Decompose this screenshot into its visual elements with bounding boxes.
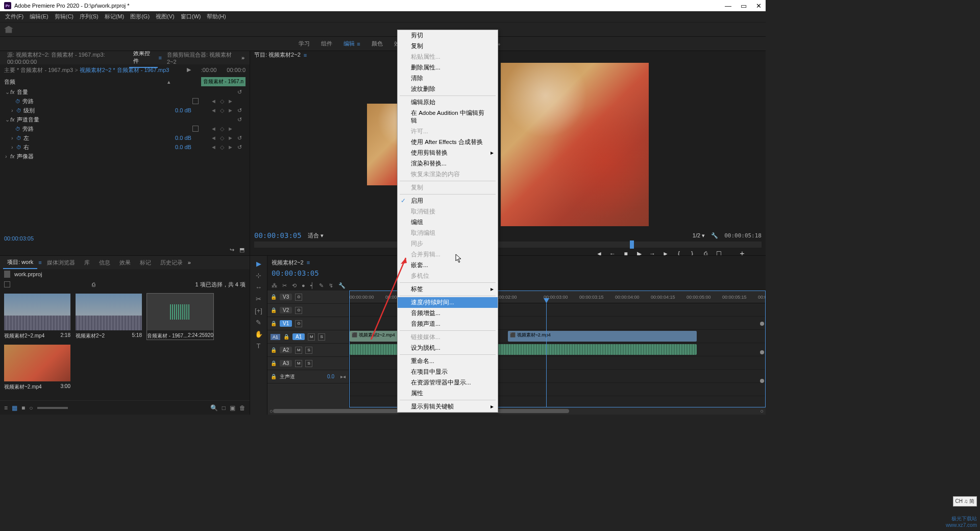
razor-tool-icon[interactable]: ✂ (256, 295, 261, 303)
reset-icon[interactable]: ↺ (234, 135, 244, 141)
ctx-item[interactable]: 显示剪辑关键帧▸ (398, 401, 498, 412)
opt-icon[interactable]: ┥ (310, 282, 314, 289)
bin-item[interactable]: 音频素材 - 1967...2:24:25920 (147, 294, 213, 340)
filter-bin-icon[interactable] (4, 281, 10, 287)
ctx-item[interactable]: 删除属性... (398, 62, 498, 73)
effect-volume[interactable]: 音量 (17, 88, 234, 96)
expand-icon[interactable]: › (11, 135, 16, 141)
reset-icon[interactable]: ↺ (234, 116, 244, 123)
master-track[interactable]: 主声道 (280, 373, 295, 380)
track-v3[interactable]: V3 (280, 294, 292, 300)
tab-project[interactable]: 项目: work (3, 256, 37, 269)
bypass-checkbox[interactable] (192, 126, 199, 132)
reset-icon[interactable]: ↺ (234, 107, 244, 114)
expand-icon[interactable]: ⌄ (5, 89, 10, 95)
stopwatch-icon[interactable]: ⏱ (15, 99, 20, 104)
ctx-item[interactable]: 编组 (398, 217, 498, 228)
lock-icon[interactable]: 🔒 (271, 294, 277, 300)
selection-tool-icon[interactable]: ▶ (256, 260, 261, 268)
mute-toggle[interactable]: M (295, 360, 302, 367)
home-icon[interactable] (4, 26, 13, 33)
linked-selection-icon[interactable]: ✂ (282, 282, 287, 289)
reset-icon[interactable]: ↺ (234, 144, 244, 151)
ctx-item[interactable]: 属性 (398, 388, 498, 399)
menu-clip[interactable]: 剪辑(C) (52, 13, 77, 20)
ctx-item[interactable]: 在项目中显示 (398, 367, 498, 377)
bin-item[interactable]: 视频素材~2.mp43:00 (4, 345, 70, 391)
ctx-item[interactable]: 编辑原始 (398, 97, 498, 108)
track-a1[interactable]: A1 (292, 333, 305, 340)
resolution-dropdown[interactable]: 1/2 ▾ (693, 232, 705, 239)
timeline-menu-icon[interactable]: ≡ (307, 259, 310, 266)
reset-icon[interactable]: ↺ (234, 89, 244, 95)
lock-icon[interactable]: 🔒 (271, 307, 277, 313)
source-patch[interactable]: A1 (271, 334, 280, 340)
tab-media-browser[interactable]: 媒体浏览器 (43, 257, 79, 269)
section-collapse-icon[interactable]: ▴ (167, 79, 170, 85)
track-marker[interactable] (760, 379, 764, 383)
minimize-button[interactable]: — (725, 2, 731, 10)
track-a2[interactable]: A2 (280, 347, 292, 353)
effect-channel-volume[interactable]: 声道音量 (17, 116, 234, 124)
mini-play[interactable]: ▶ (187, 66, 191, 73)
stopwatch-icon[interactable]: ⏱ (15, 126, 20, 132)
stopwatch-icon[interactable]: ⏱ (16, 135, 21, 141)
track-v1[interactable]: V1 (280, 320, 292, 327)
keyframe-nav[interactable]: ◄ ◇ ► (199, 144, 234, 151)
zoom-slider[interactable] (37, 407, 68, 409)
expand-icon[interactable]: › (11, 107, 16, 113)
menu-edit[interactable]: 编辑(E) (27, 13, 52, 20)
menu-view[interactable]: 视图(V) (153, 13, 178, 20)
tab-markers[interactable]: 标记 (136, 257, 155, 269)
workspace-assembly[interactable]: 组件 (321, 40, 332, 47)
program-scrubber[interactable] (254, 242, 762, 247)
lock-icon[interactable]: 🔒 (271, 360, 277, 366)
track-v2[interactable]: V2 (280, 307, 292, 313)
scroll-handle-left[interactable]: ○ (270, 408, 273, 414)
menu-sequence[interactable]: 序列(S) (77, 13, 102, 20)
ctx-item[interactable]: 清除 (398, 73, 498, 84)
video-clip[interactable]: ⬛ 视频素材~2.mp4 (508, 331, 697, 342)
program-timecode[interactable]: 00:00:03:05 (254, 231, 302, 239)
eye-toggle[interactable]: ⊙ (295, 307, 302, 314)
ctx-item[interactable]: 使用 After Effects 合成替换 (398, 137, 498, 148)
thumbnail[interactable]: H (4, 294, 70, 330)
effect-panner[interactable]: 声像器 (17, 153, 244, 160)
solo-toggle[interactable]: S (305, 360, 312, 367)
opt-icon[interactable]: ● (302, 282, 305, 288)
timeline-timecode[interactable]: 00:00:03:05 (272, 269, 319, 277)
marker-icon[interactable]: ⟲ (292, 282, 297, 289)
bypass-checkbox[interactable] (192, 98, 199, 104)
lock-icon[interactable]: 🔒 (271, 347, 277, 353)
eye-toggle[interactable]: ⊙ (295, 294, 302, 301)
ctx-item[interactable]: 重命名... (398, 356, 498, 367)
thumbnail[interactable]: H (76, 294, 142, 330)
left-value[interactable]: 0.0 dB (168, 135, 199, 141)
overwrite-icon[interactable]: ⬒ (239, 247, 244, 253)
ctx-item[interactable]: 音频声道... (398, 319, 498, 329)
breadcrumb-master[interactable]: 主要 * 音频素材 - 1967.mp3 (4, 67, 73, 73)
ctx-item[interactable]: 在 Adobe Audition 中编辑剪辑 (398, 108, 498, 126)
ctx-item[interactable]: 标签▸ (398, 284, 498, 295)
maximize-button[interactable]: ▭ (741, 2, 747, 10)
settings-icon[interactable]: 🔧 (711, 232, 718, 239)
source-timecode[interactable]: 00:00:03:05 (0, 232, 250, 245)
ctx-item[interactable]: 渲染和替换... (398, 158, 498, 169)
expand-icon[interactable]: › (11, 144, 16, 150)
solo-toggle[interactable]: S (305, 347, 312, 354)
keyframe-nav[interactable]: ◄ ◇ ► (199, 126, 234, 132)
workspace-color[interactable]: 颜色 (372, 40, 383, 47)
keyframe-nav[interactable]: ◄ ◇ ► (199, 98, 234, 105)
menu-marker[interactable]: 标记(M) (102, 13, 128, 20)
pen-tool-icon[interactable]: ✎ (256, 319, 261, 326)
stopwatch-icon[interactable]: ⏱ (16, 144, 21, 150)
opt-icon[interactable]: ↯ (329, 282, 333, 289)
ctx-item[interactable]: 使用剪辑替换▸ (398, 148, 498, 158)
icon-view-icon[interactable]: ▦ (12, 404, 17, 412)
ctx-item[interactable]: 复制 (398, 41, 498, 52)
sequence-name[interactable]: 视频素材2~2 (272, 259, 304, 267)
keyframe-nav[interactable]: ◄ ◇ ► (199, 135, 234, 141)
menu-file[interactable]: 文件(F) (2, 13, 27, 20)
slip-tool-icon[interactable]: [+] (255, 307, 262, 315)
hand-tool-icon[interactable]: ✋ (255, 330, 263, 338)
